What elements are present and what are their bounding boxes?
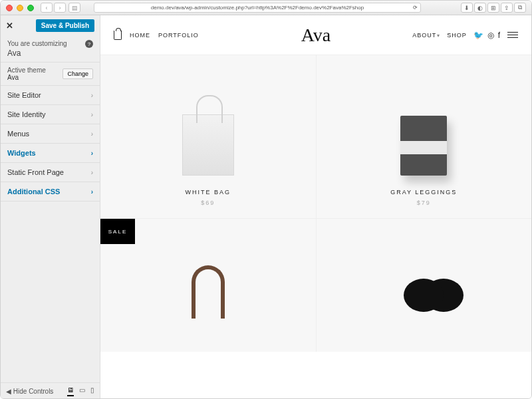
- sidebar-footer: ◀ Hide Controls 🖥 ▭ ▯: [1, 382, 100, 399]
- download-icon[interactable]: ⬇: [461, 3, 473, 13]
- tabs-icon[interactable]: ⧉: [514, 3, 526, 13]
- close-customizer-button[interactable]: ✕: [6, 21, 13, 31]
- product-price: $69: [201, 200, 215, 206]
- forward-button[interactable]: ›: [54, 3, 66, 13]
- cart-icon[interactable]: [114, 31, 122, 40]
- nav-home[interactable]: HOME: [130, 32, 150, 39]
- product-tile[interactable]: GRAY LEGGINGS $79: [317, 55, 532, 218]
- customizing-label: You are customizing: [7, 40, 93, 47]
- panel-label: Widgets: [7, 149, 36, 157]
- product-image: [404, 279, 444, 312]
- device-desktop-icon[interactable]: 🖥: [67, 386, 74, 396]
- panel-menus[interactable]: Menus ›: [1, 124, 100, 144]
- nav-shop[interactable]: SHOP: [447, 32, 467, 39]
- product-tile[interactable]: [317, 219, 532, 352]
- instagram-icon[interactable]: ◎: [487, 31, 495, 40]
- share-icon[interactable]: ⇪: [501, 3, 513, 13]
- back-button[interactable]: ‹: [41, 3, 53, 13]
- product-price: $79: [417, 200, 431, 206]
- product-title: GRAY LEGGINGS: [390, 189, 457, 196]
- window-controls: [6, 5, 34, 11]
- panel-additional-css[interactable]: Additional CSS ›: [1, 182, 100, 201]
- site-logo[interactable]: Ava: [301, 25, 331, 46]
- sidebar-toggle-icon[interactable]: ▤: [68, 3, 80, 13]
- product-tile[interactable]: SALE: [100, 219, 316, 352]
- close-window-icon[interactable]: [6, 5, 13, 11]
- panel-label: Site Editor: [7, 91, 41, 99]
- device-tablet-icon[interactable]: ▭: [79, 386, 85, 396]
- nav-about[interactable]: ABOUT▾: [412, 32, 440, 39]
- reload-icon[interactable]: ⟳: [413, 5, 418, 11]
- panel-label: Static Front Page: [7, 168, 64, 176]
- browser-titlebar: ‹ › ▤ demo.dev/ava/wp-admin/customize.ph…: [1, 1, 531, 15]
- device-mobile-icon[interactable]: ▯: [90, 386, 94, 396]
- theme-name: Ava: [7, 74, 46, 81]
- panel-label: Additional CSS: [7, 188, 60, 196]
- chevron-right-icon: ›: [91, 169, 93, 176]
- product-image: [400, 116, 447, 176]
- hide-controls-button[interactable]: ◀ Hide Controls: [6, 388, 53, 395]
- facebook-icon[interactable]: f: [498, 31, 501, 40]
- chevron-right-icon: ›: [91, 92, 93, 99]
- change-theme-button[interactable]: Change: [63, 68, 93, 79]
- panel-site-editor[interactable]: Site Editor ›: [1, 86, 100, 105]
- site-preview: HOME PORTFOLIO Ava ABOUT▾ SHOP 🐦 ◎ f: [100, 15, 531, 399]
- chevron-down-icon: ▾: [437, 33, 440, 39]
- panel-label: Menus: [7, 130, 29, 138]
- product-title: WHITE BAG: [185, 189, 231, 196]
- extension-icon[interactable]: ◐: [474, 3, 486, 13]
- url-bar[interactable]: demo.dev/ava/wp-admin/customize.php?url=…: [94, 3, 421, 13]
- site-name: Ava: [7, 49, 93, 58]
- active-theme-label: Active theme: [7, 66, 46, 74]
- url-text: demo.dev/ava/wp-admin/customize.php?url=…: [151, 5, 364, 11]
- product-grid: WHITE BAG $69 GRAY LEGGINGS $79 SALE: [100, 55, 531, 352]
- shop-header: HOME PORTFOLIO Ava ABOUT▾ SHOP 🐦 ◎ f: [100, 15, 531, 55]
- panel-label: Site Identity: [7, 110, 45, 118]
- panel-site-identity[interactable]: Site Identity ›: [1, 105, 100, 124]
- chevron-right-icon: ›: [91, 188, 93, 196]
- product-tile[interactable]: WHITE BAG $69: [100, 55, 316, 218]
- nav-portfolio[interactable]: PORTFOLIO: [158, 32, 199, 39]
- sale-badge: SALE: [100, 219, 135, 244]
- product-image: [182, 114, 234, 176]
- chevron-right-icon: ›: [91, 111, 93, 118]
- new-tab-icon[interactable]: ⊞: [487, 3, 499, 13]
- menu-icon[interactable]: [507, 32, 518, 38]
- twitter-icon[interactable]: 🐦: [473, 31, 484, 40]
- customizer-sidebar: ✕ Save & Publish ? You are customizing A…: [1, 15, 100, 399]
- save-publish-button[interactable]: Save & Publish: [36, 19, 94, 32]
- panel-static-front-page[interactable]: Static Front Page ›: [1, 163, 100, 182]
- maximize-window-icon[interactable]: [27, 5, 34, 11]
- panel-widgets[interactable]: Widgets ›: [1, 144, 100, 163]
- chevron-right-icon: ›: [91, 150, 93, 157]
- minimize-window-icon[interactable]: [17, 5, 23, 11]
- chevron-right-icon: ›: [91, 130, 93, 138]
- help-icon[interactable]: ?: [85, 40, 93, 48]
- product-image: [192, 265, 225, 319]
